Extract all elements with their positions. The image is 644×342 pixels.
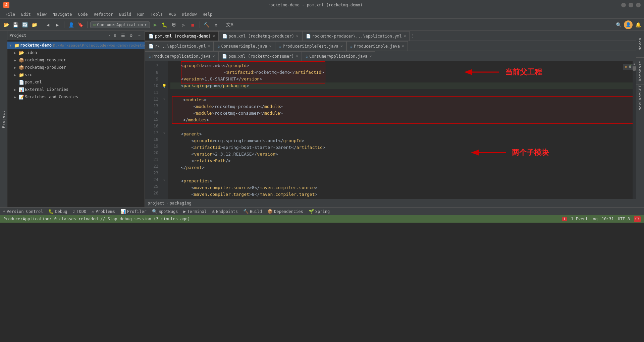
menu-tools[interactable]: Tools: [148, 11, 165, 17]
vertical-scrollbar[interactable]: ▲ ✓: [633, 61, 636, 199]
tree-root-item[interactable]: ▼ 📁 rocketmq-demo D:\Workspace\ProjectCo…: [7, 42, 145, 49]
code-15-b2: >: [207, 117, 209, 123]
tab-pom-demo[interactable]: 📄 pom.xml (rocketmq-demo) ✕: [145, 31, 219, 41]
tab-consumer-app[interactable]: ☕ ConsumerApplication.java ✕: [302, 51, 375, 61]
menu-build[interactable]: Build: [116, 11, 134, 17]
sync-button[interactable]: 🔄: [21, 21, 29, 29]
code-area[interactable]: <groupId>com.wbs</groupId> <artifactId>r…: [168, 61, 636, 199]
bottom-tab-todo[interactable]: ☑ TODO: [73, 209, 87, 214]
back-button[interactable]: ◀: [44, 21, 52, 29]
debug-button[interactable]: 🐛: [161, 21, 169, 29]
menu-code[interactable]: Code: [75, 11, 91, 17]
run-button[interactable]: ▶: [151, 21, 159, 29]
tab-close-producer-test[interactable]: ✕: [340, 44, 343, 48]
breadcrumb-packaging[interactable]: packaging: [170, 201, 192, 206]
open-project-button[interactable]: 📂: [2, 21, 10, 29]
tab-consumer-simple[interactable]: ☕ ConsumerSimple.java ✕: [214, 41, 275, 51]
tree-src-item[interactable]: ▶ 📁 src: [7, 71, 145, 78]
panel-minimize-button[interactable]: －: [136, 32, 143, 39]
alerts-button[interactable]: 🔔: [634, 21, 642, 29]
new-folder-button[interactable]: 📁: [30, 21, 38, 29]
gutter-24-fold[interactable]: ▽: [162, 176, 167, 183]
tree-producer-item[interactable]: ▶ 📦 rocketmq-producer: [7, 64, 145, 71]
gutter-12-fold[interactable]: ▽: [162, 96, 167, 103]
menu-refactor[interactable]: Refactor: [91, 11, 116, 17]
close-button[interactable]: ✕: [636, 3, 641, 7]
bottom-tab-dependencies[interactable]: 📦 Dependencies: [267, 209, 303, 214]
tab-bar-row1: 📄 pom.xml (rocketmq-demo) ✕ 📄 pom.xml (r…: [145, 31, 636, 41]
status-encoding[interactable]: UTF-8: [618, 217, 630, 221]
save-all-button[interactable]: 💾: [11, 21, 19, 29]
gutter-17-fold[interactable]: ▽: [162, 129, 167, 136]
bottom-tab-spotbugs[interactable]: 🔍 SpotBugs: [152, 209, 178, 214]
tab-close-pom-demo[interactable]: ✕: [213, 34, 215, 38]
run-alt-button[interactable]: ▷: [179, 21, 187, 29]
bottom-tab-build[interactable]: 🔨 Build: [243, 209, 262, 214]
tree-root-path: D:\Workspace\ProjectCode\wbs-demo\rocket…: [53, 43, 145, 48]
scroll-up-btn[interactable]: ▲: [633, 61, 636, 66]
tree-extlibs-item[interactable]: ▶ 📊 External Libraries: [7, 86, 145, 93]
tab-pom-consumer[interactable]: 📄 pom.xml (rocketmq-consumer) ✕: [218, 51, 302, 61]
menu-vcs[interactable]: VCS: [166, 11, 179, 17]
menu-help[interactable]: Help: [200, 11, 215, 17]
maximize-button[interactable]: □: [629, 3, 633, 7]
bottom-tab-spring[interactable]: 🌱 Spring: [309, 209, 330, 214]
run-config-selector[interactable]: ⚙ ConsumerApplication ▾: [90, 21, 150, 28]
right-panel-maven[interactable]: Maven: [636, 31, 644, 58]
tree-pom-item[interactable]: ▶ 📄 pom.xml: [7, 78, 145, 86]
tab-close-consumer-app[interactable]: ✕: [370, 54, 372, 58]
menu-view[interactable]: View: [34, 11, 49, 17]
translate-button[interactable]: 文A: [226, 21, 234, 29]
editor-container[interactable]: 7 8 9 10 11 12 13 14 15 16 17 18 19 20: [145, 61, 636, 199]
tab-producer-test[interactable]: ☕ ProducerSimpleTest.java ✕: [275, 41, 346, 51]
tab-close-consumer-simple[interactable]: ✕: [269, 44, 272, 48]
tree-scratches-item[interactable]: ▶ 📝 Scratches and Consoles: [7, 93, 145, 101]
tab-close-r-yml[interactable]: ✕: [208, 44, 210, 48]
collapse-all-button[interactable]: ⊟: [112, 32, 118, 39]
tab-close-pom-producer[interactable]: ✕: [296, 34, 299, 38]
minimize-button[interactable]: －: [621, 3, 626, 7]
bottom-tab-terminal[interactable]: ▶ Terminal: [183, 209, 207, 214]
bottom-tab-version-control[interactable]: ⑂ Version Control: [3, 209, 43, 214]
right-panel-nexchatgpt[interactable]: NexChatGPT: [636, 84, 644, 111]
menu-edit[interactable]: Edit: [18, 11, 34, 17]
navigate-button[interactable]: 👤: [67, 21, 75, 29]
status-lang[interactable]: 中: [634, 216, 641, 222]
right-panel-database[interactable]: Database: [636, 58, 644, 84]
event-log-label[interactable]: 1 Event Log: [571, 217, 597, 221]
menu-window[interactable]: Window: [179, 11, 199, 17]
tab-r-yml[interactable]: 📄 r\...\application.yml ✕: [145, 41, 214, 51]
bookmark-button[interactable]: 🔖: [76, 21, 85, 29]
bottom-tab-problems[interactable]: ⚠ Problems: [92, 209, 115, 214]
bottom-tab-endpoints[interactable]: ⚓ Endpoints: [212, 209, 238, 214]
tab-close-app-yml[interactable]: ✕: [404, 34, 406, 38]
menu-file[interactable]: File: [3, 11, 18, 17]
tab-close-pom-consumer[interactable]: ✕: [296, 54, 298, 58]
menu-navigate[interactable]: Navigate: [50, 11, 75, 17]
code-12-tag1: modules: [185, 97, 204, 103]
tab-app-yml[interactable]: 📄 rocketmq-producer\...\application.yml …: [302, 31, 410, 41]
settings-profile-button[interactable]: 👤: [624, 20, 633, 29]
menu-run[interactable]: Run: [135, 11, 147, 17]
event-log-badge[interactable]: 1: [562, 217, 567, 221]
panel-settings-button[interactable]: ⚙: [128, 32, 135, 39]
tree-consumer-item[interactable]: ▶ 📦 rocketmq-consumer: [7, 56, 145, 64]
bottom-tab-debug[interactable]: 🐛 Debug: [48, 209, 67, 214]
expand-all-button[interactable]: ☰: [120, 32, 126, 39]
right-panel-database-label: Database: [638, 61, 642, 81]
coverage-button[interactable]: ⛨: [170, 21, 178, 29]
search-everywhere-button[interactable]: 🔍: [614, 21, 623, 29]
build-alt-button[interactable]: ⚒: [212, 21, 220, 29]
bottom-tab-profiler[interactable]: 📊 Profiler: [120, 209, 147, 214]
tab-producer-app[interactable]: ☕ ProducerApplication.java ✕: [145, 51, 218, 61]
stop-button[interactable]: ■: [189, 21, 197, 29]
forward-button[interactable]: ▶: [53, 21, 61, 29]
breadcrumb-project[interactable]: project: [148, 201, 165, 206]
tab-close-producer-app[interactable]: ✕: [213, 54, 215, 58]
tab-close-producer-simple[interactable]: ✕: [402, 44, 404, 48]
tab-pom-producer[interactable]: 📄 pom.xml (rocketmq-producer) ✕: [219, 31, 302, 41]
build-project-button[interactable]: 🔨: [203, 21, 211, 29]
tree-idea-item[interactable]: ▶ 📂 .idea: [7, 49, 145, 56]
tab-producer-simple[interactable]: ☕ ProducerSimple.java ✕: [346, 41, 408, 51]
tab-more-button-row1[interactable]: ⋮: [410, 31, 416, 41]
